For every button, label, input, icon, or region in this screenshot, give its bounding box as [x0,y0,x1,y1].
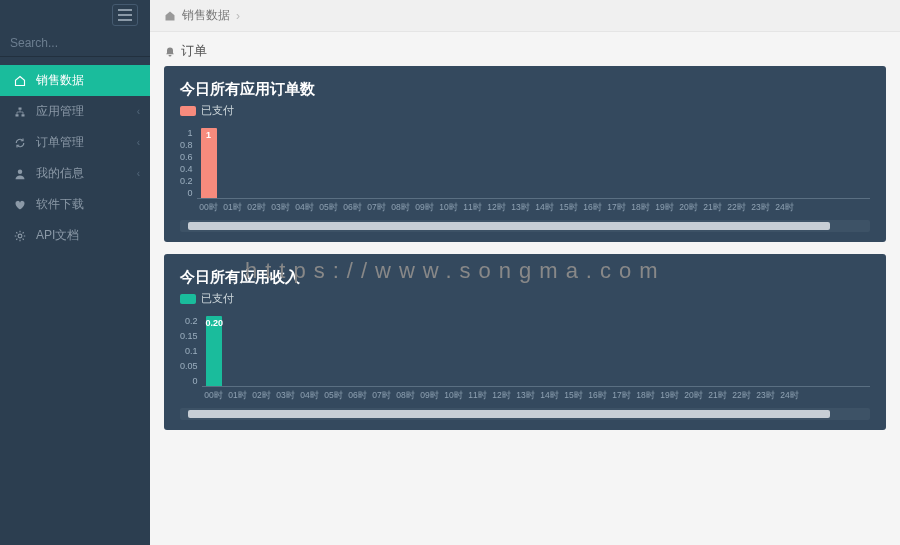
x-tick: 13时 [509,202,533,214]
panel-title: 今日所有应用订单数 [180,80,870,99]
breadcrumb-root[interactable]: 销售数据 [182,7,230,24]
x-tick: 16时 [581,202,605,214]
x-tick: 15时 [557,202,581,214]
sidebar-item-label: 软件下载 [36,196,84,213]
bar-00[interactable]: 0.20 [206,316,222,386]
y-axis: 1 0.8 0.6 0.4 0.2 0 [180,128,197,198]
chart-orders: 1 0.8 0.6 0.4 0.2 0 1 00时01时02时03时04时05时… [180,128,870,218]
section-title-text: 订单 [181,42,207,60]
sidebar-item-api-docs[interactable]: API文档 [0,220,150,251]
chart-scrollbar[interactable] [180,408,870,420]
home-icon [164,9,176,23]
bar-00[interactable]: 1 [201,128,217,198]
section-header: 订单 [150,32,900,66]
home-icon [12,74,28,88]
sidebar-item-my-info[interactable]: 我的信息 ‹ [0,158,150,189]
plot-area[interactable]: 1 00时01时02时03时04时05时06时07时08时09时10时11时12… [197,128,870,218]
x-tick: 09时 [418,390,442,402]
panel-orders: 今日所有应用订单数 已支付 1 0.8 0.6 0.4 0.2 0 [164,66,886,242]
chevron-left-icon: ‹ [137,106,140,117]
chevron-left-icon: ‹ [137,137,140,148]
legend-label: 已支付 [201,103,234,118]
x-tick: 19时 [653,202,677,214]
x-tick: 17时 [610,390,634,402]
y-axis: 0.2 0.15 0.1 0.05 0 [180,316,202,386]
svg-point-6 [18,234,22,238]
x-tick: 21时 [706,390,730,402]
x-tick: 08时 [394,390,418,402]
x-tick: 24时 [778,390,802,402]
x-tick: 12时 [485,202,509,214]
x-tick: 08时 [389,202,413,214]
x-tick: 01时 [226,390,250,402]
x-tick: 22时 [730,390,754,402]
x-tick: 24时 [773,202,797,214]
scrollbar-thumb[interactable] [188,410,830,418]
x-tick: 03时 [269,202,293,214]
x-tick: 04时 [293,202,317,214]
heart-icon [12,198,28,212]
legend-swatch [180,294,196,304]
x-tick: 18时 [629,202,653,214]
x-tick: 21时 [701,202,725,214]
x-tick: 05时 [322,390,346,402]
bar-value-label: 0.20 [206,318,222,328]
x-tick: 20时 [682,390,706,402]
x-tick: 00时 [197,202,221,214]
sidebar-item-label: 我的信息 [36,165,84,182]
x-tick: 07时 [370,390,394,402]
sidebar-item-order-manage[interactable]: 订单管理 ‹ [0,127,150,158]
sidebar-item-label: 订单管理 [36,134,84,151]
legend-swatch [180,106,196,116]
panel-title: 今日所有应用收入 [180,268,870,287]
x-tick: 00时 [202,390,226,402]
panel-revenue: 今日所有应用收入 已支付 0.2 0.15 0.1 0.05 0 [164,254,886,430]
refresh-icon [12,136,28,150]
x-tick: 18时 [634,390,658,402]
sidebar-item-label: API文档 [36,227,79,244]
x-tick: 14时 [538,390,562,402]
menu-toggle-button[interactable] [112,4,138,26]
sidebar-item-download[interactable]: 软件下载 [0,189,150,220]
x-tick: 02时 [250,390,274,402]
legend-label: 已支付 [201,291,234,306]
breadcrumb: 销售数据 › [150,0,900,32]
scrollbar-thumb[interactable] [188,222,830,230]
sidebar-item-app-manage[interactable]: 应用管理 ‹ [0,96,150,127]
sidebar-item-label: 应用管理 [36,103,84,120]
x-tick: 10时 [442,390,466,402]
search-input[interactable] [10,36,160,50]
svg-rect-3 [16,115,19,117]
x-tick: 02时 [245,202,269,214]
x-tick: 06时 [346,390,370,402]
x-tick: 16时 [586,390,610,402]
x-tick: 19时 [658,390,682,402]
main-content: 销售数据 › 订单 今日所有应用订单数 已支付 1 0.8 0.6 [150,0,900,545]
x-tick: 01时 [221,202,245,214]
sidebar-item-label: 销售数据 [36,72,84,89]
sidebar-nav: 销售数据 应用管理 ‹ 订单管理 ‹ 我的信息 ‹ 软件下载 [0,65,150,251]
bell-icon [164,44,176,59]
plot-area[interactable]: 0.20 00时01时02时03时04时05时06时07时08时09时10时11… [202,316,870,406]
sidebar-item-sales-data[interactable]: 销售数据 [0,65,150,96]
x-tick: 14时 [533,202,557,214]
x-axis: 00时01时02时03时04时05时06时07时08时09时10时11时12时1… [202,390,870,402]
chart-scrollbar[interactable] [180,220,870,232]
x-axis: 00时01时02时03时04时05时06时07时08时09时10时11时12时1… [197,202,870,214]
svg-rect-2 [19,108,22,110]
svg-rect-4 [22,115,25,117]
gear-icon [12,229,28,243]
sitemap-icon [12,105,28,119]
chevron-left-icon: ‹ [137,168,140,179]
sidebar: 销售数据 应用管理 ‹ 订单管理 ‹ 我的信息 ‹ 软件下载 [0,0,150,545]
x-tick: 10时 [437,202,461,214]
svg-point-5 [18,170,23,175]
x-tick: 23时 [754,390,778,402]
x-tick: 20时 [677,202,701,214]
x-tick: 11时 [461,202,485,214]
chart-revenue: 0.2 0.15 0.1 0.05 0 0.20 00时01时02时03时04时… [180,316,870,406]
bar-value-label: 1 [201,130,217,140]
x-tick: 07时 [365,202,389,214]
x-tick: 04时 [298,390,322,402]
x-tick: 06时 [341,202,365,214]
